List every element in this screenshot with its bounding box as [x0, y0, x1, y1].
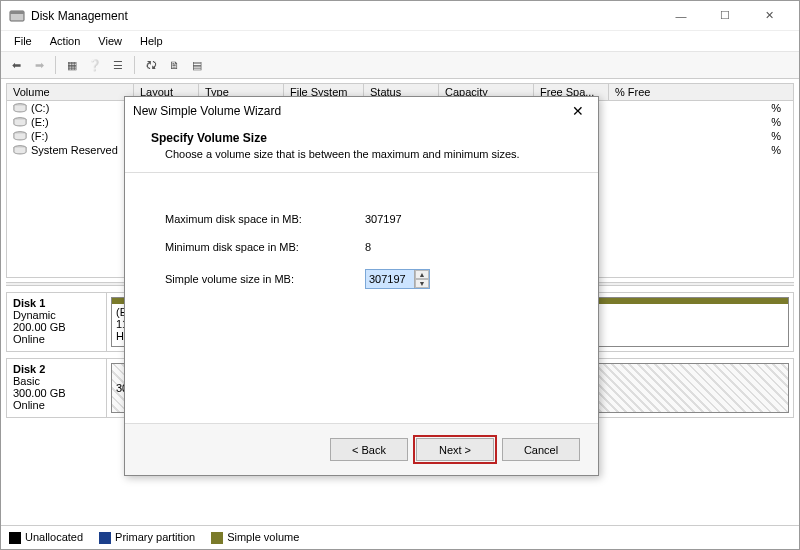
swatch-black	[9, 532, 21, 544]
swatch-olive	[211, 532, 223, 544]
window-title: Disk Management	[31, 9, 659, 23]
minimize-button[interactable]: —	[659, 2, 703, 30]
spinner-up-icon[interactable]: ▲	[415, 270, 429, 279]
drive-icon	[13, 117, 27, 128]
menu-action[interactable]: Action	[42, 33, 89, 49]
list-icon[interactable]: ☰	[108, 55, 128, 75]
legend-item: Simple volume	[211, 531, 299, 544]
help-icon[interactable]: ❔	[85, 55, 105, 75]
disk-info: Disk 1 Dynamic 200.00 GB Online	[7, 293, 107, 351]
back-icon[interactable]: ⬅	[6, 55, 26, 75]
col-pctfree[interactable]: % Free	[609, 84, 793, 100]
wizard-dialog: New Simple Volume Wizard ✕ Specify Volum…	[124, 96, 599, 476]
properties-icon[interactable]: 🗎	[164, 55, 184, 75]
dialog-close-icon[interactable]: ✕	[566, 103, 590, 119]
app-icon	[9, 8, 25, 24]
volume-name: (F:)	[31, 130, 48, 142]
min-size-label: Minimum disk space in MB:	[165, 241, 365, 253]
svg-rect-1	[10, 11, 24, 14]
spinner-down-icon[interactable]: ▼	[415, 279, 429, 288]
disk-status: Online	[13, 333, 100, 345]
disk-type: Basic	[13, 375, 100, 387]
volume-pct: %	[771, 102, 787, 114]
menu-view[interactable]: View	[90, 33, 130, 49]
disk-info: Disk 2 Basic 300.00 GB Online	[7, 359, 107, 417]
legend-item: Primary partition	[99, 531, 195, 544]
volume-pct: %	[771, 130, 787, 142]
menu-bar: File Action View Help	[1, 31, 799, 51]
legend-item: Unallocated	[9, 531, 83, 544]
max-size-value: 307197	[365, 213, 402, 225]
disk-size: 300.00 GB	[13, 387, 100, 399]
drive-icon	[13, 145, 27, 156]
grid-icon[interactable]: ▦	[62, 55, 82, 75]
volume-pct: %	[771, 144, 787, 156]
menu-help[interactable]: Help	[132, 33, 171, 49]
swatch-blue	[99, 532, 111, 544]
col-volume[interactable]: Volume	[7, 84, 134, 100]
cancel-button[interactable]: Cancel	[502, 438, 580, 461]
back-button[interactable]: < Back	[330, 438, 408, 461]
dialog-title: New Simple Volume Wizard	[133, 104, 566, 118]
next-button[interactable]: Next >	[416, 438, 494, 461]
volume-size-spinner[interactable]: ▲ ▼	[365, 269, 430, 289]
toolbar: ⬅ ➡ ▦ ❔ ☰ 🗘 🗎 ▤	[1, 51, 799, 79]
volume-size-input[interactable]	[366, 270, 414, 288]
min-size-value: 8	[365, 241, 371, 253]
settings-icon[interactable]: ▤	[187, 55, 207, 75]
volume-name: System Reserved	[31, 144, 118, 156]
volume-name: (E:)	[31, 116, 49, 128]
volume-size-label: Simple volume size in MB:	[165, 273, 365, 285]
legend: Unallocated Primary partition Simple vol…	[1, 525, 799, 549]
forward-icon[interactable]: ➡	[29, 55, 49, 75]
dialog-heading: Specify Volume Size	[151, 131, 572, 145]
dialog-titlebar: New Simple Volume Wizard ✕	[125, 97, 598, 125]
disk-name: Disk 1	[13, 297, 100, 309]
volume-name: (C:)	[31, 102, 49, 114]
title-bar: Disk Management — ☐ ✕	[1, 1, 799, 31]
disk-type: Dynamic	[13, 309, 100, 321]
disk-status: Online	[13, 399, 100, 411]
disk-name: Disk 2	[13, 363, 100, 375]
dialog-subtitle: Choose a volume size that is between the…	[165, 148, 572, 160]
refresh-icon[interactable]: 🗘	[141, 55, 161, 75]
close-button[interactable]: ✕	[747, 2, 791, 30]
maximize-button[interactable]: ☐	[703, 2, 747, 30]
dialog-buttons: < Back Next > Cancel	[125, 423, 598, 475]
max-size-label: Maximum disk space in MB:	[165, 213, 365, 225]
drive-icon	[13, 103, 27, 114]
volume-pct: %	[771, 116, 787, 128]
drive-icon	[13, 131, 27, 142]
menu-file[interactable]: File	[6, 33, 40, 49]
disk-size: 200.00 GB	[13, 321, 100, 333]
